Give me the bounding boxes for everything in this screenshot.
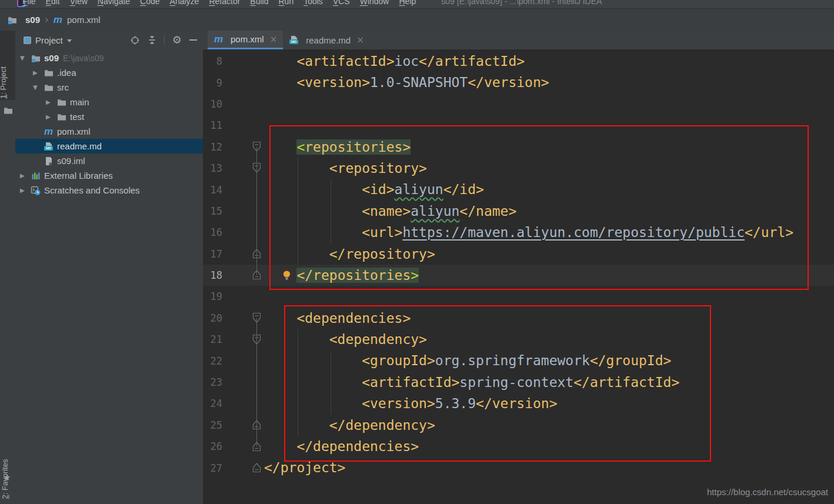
fold-start-icon[interactable] [222, 308, 264, 329]
watermark: https://blog.csdn.net/csucsgoat [707, 487, 828, 497]
tree-item-test[interactable]: ▶test [15, 109, 203, 124]
tree-item-label: test [70, 112, 84, 122]
project-folder-icon [7, 15, 17, 25]
menu-run[interactable]: Run [278, 0, 293, 6]
menu-build[interactable]: Build [250, 0, 268, 6]
locate-file-icon[interactable] [130, 35, 140, 45]
scratches-icon [31, 186, 41, 195]
menu-window[interactable]: Window [360, 0, 389, 6]
fold-gutter [222, 350, 264, 371]
collapse-all-icon[interactable] [148, 35, 156, 45]
fold-gutter [222, 286, 264, 307]
tree-item-s09.iml[interactable]: s09.iml [15, 153, 203, 168]
svg-text:MD: MD [46, 146, 52, 150]
breadcrumb: s09 › m pom.xml [0, 9, 834, 31]
menu-view[interactable]: View [70, 0, 88, 6]
folder-icon [44, 83, 54, 92]
maven-icon: m [44, 127, 54, 136]
markdown-icon: MD [289, 35, 299, 45]
menu-analyze[interactable]: Analyze [170, 0, 199, 6]
code-segment: 1.0-SNAPSHOT [370, 75, 468, 90]
tree-item-label: Scratches and Consoles [44, 185, 140, 195]
fold-start-icon[interactable] [222, 158, 264, 179]
fold-end-icon[interactable] [222, 265, 264, 286]
code-segment: <version> [264, 75, 370, 90]
tab-label: readme.md [306, 35, 351, 45]
line-number: 9 [203, 77, 222, 89]
breadcrumb-project[interactable]: s09 [25, 15, 40, 25]
folder-icon [44, 68, 54, 78]
menu-tools[interactable]: Tools [303, 0, 323, 6]
ide-window: FileEditViewNavigateCodeAnalyzeRefactorB… [0, 0, 834, 504]
code-line-9[interactable]: 9 <version>1.0-SNAPSHOT</version> [203, 72, 834, 93]
menu-file[interactable]: File [22, 0, 36, 6]
menu-help[interactable]: Help [399, 0, 416, 6]
project-panel-title[interactable]: Project [35, 35, 63, 45]
code-line-8[interactable]: 8 <artifactId>ioc</artifactId> [203, 51, 834, 72]
tree-item-label: src [57, 82, 69, 92]
breadcrumb-file[interactable]: pom.xml [67, 15, 101, 25]
line-number: 23 [203, 376, 222, 388]
iml-icon [44, 156, 54, 166]
folder-icon [56, 112, 66, 122]
settings-gear-icon[interactable]: ⚙ [172, 35, 182, 45]
fold-end-icon[interactable] [222, 457, 264, 478]
tree-item-main[interactable]: ▶main [15, 95, 203, 109]
close-tab-icon[interactable]: × [270, 34, 278, 45]
chevron-collapsed-icon[interactable]: ▶ [19, 187, 31, 193]
tool-button-project-label[interactable]: 1: Project [0, 66, 8, 99]
menu-navigate[interactable]: Navigate [98, 0, 130, 6]
line-number: 21 [203, 333, 222, 345]
chevron-expanded-icon[interactable]: ▼ [19, 55, 31, 61]
project-tree: ▼s09E:\java\s09▶.idea▼src▶main▶testmpom.… [15, 51, 203, 198]
folder-icon [56, 98, 66, 107]
fold-gutter [222, 393, 264, 414]
libraries-icon [31, 171, 41, 181]
line-number: 12 [203, 141, 222, 153]
line-number: 11 [203, 119, 222, 131]
tree-item-label: s09 [44, 53, 59, 63]
tree-item-readme.md[interactable]: MDreadme.md [15, 139, 203, 153]
line-number: 18 [203, 269, 222, 281]
code-segment: ioc [395, 54, 419, 69]
fold-end-icon[interactable] [222, 436, 264, 457]
project-panel: Project ⚙ ▼s09E:\java\s09▶.idea▼src▶main… [15, 31, 203, 504]
fold-start-icon[interactable] [222, 329, 264, 350]
menu-vcs[interactable]: VCS [333, 0, 350, 6]
tool-window-stripe: 1: Project 2: Favorites ★ re [0, 31, 16, 504]
tab-readme.md[interactable]: MDreadme.md× [283, 31, 369, 49]
fold-end-icon[interactable] [222, 243, 264, 265]
tree-item-s09[interactable]: ▼s09E:\java\s09 [15, 51, 203, 65]
close-tab-icon[interactable]: × [356, 35, 364, 45]
star-icon[interactable]: ★ [3, 472, 11, 483]
line-number: 8 [203, 55, 222, 67]
line-number: 14 [203, 184, 222, 196]
chevron-collapsed-icon[interactable]: ▶ [45, 99, 56, 105]
fold-end-icon[interactable] [222, 415, 264, 436]
menu-edit[interactable]: Edit [46, 0, 60, 6]
chevron-down-icon[interactable] [67, 39, 72, 42]
tab-pom.xml[interactable]: mpom.xml× [208, 31, 283, 49]
chevron-collapsed-icon[interactable]: ▶ [32, 69, 44, 76]
code-segment: <artifactId> [264, 54, 395, 69]
tab-label: pom.xml [231, 34, 264, 44]
tree-item-label: External Libraries [44, 171, 113, 181]
tree-item-external-libraries[interactable]: ▶External Libraries [15, 168, 203, 183]
tree-item-scratches-and-consoles[interactable]: ▶Scratches and Consoles [15, 183, 203, 198]
code-line-10[interactable]: 10 [203, 94, 834, 115]
chevron-expanded-icon[interactable]: ▼ [32, 84, 44, 91]
tree-item-src[interactable]: ▼src [15, 80, 203, 95]
toolbar-divider [164, 35, 165, 45]
code-segment: </artifactId> [419, 54, 525, 69]
project-panel-header: Project ⚙ [15, 31, 203, 49]
tree-item-pom.xml[interactable]: mpom.xml [15, 124, 203, 139]
menu-code[interactable]: Code [140, 0, 159, 6]
chevron-collapsed-icon[interactable]: ▶ [45, 114, 56, 120]
tree-item-.idea[interactable]: ▶.idea [15, 65, 203, 80]
editor-tab-bar: mpom.xml×MDreadme.md× [203, 31, 834, 49]
fold-gutter [222, 94, 264, 115]
hide-panel-icon[interactable] [189, 39, 197, 41]
chevron-collapsed-icon[interactable]: ▶ [19, 172, 31, 179]
menu-refactor[interactable]: Refactor [209, 0, 240, 6]
fold-start-icon[interactable] [222, 136, 264, 158]
